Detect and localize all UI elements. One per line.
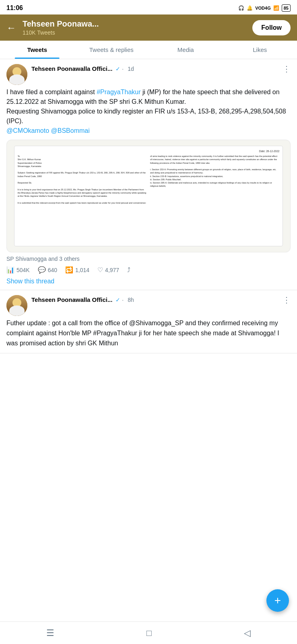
follow-button[interactable]: Follow (252, 20, 291, 35)
status-bar: 11:06 🎧 🔔 VOD4G 📶 85 (0, 0, 297, 14)
tweet-2-body: Futher update : got a call from the offi… (6, 318, 291, 348)
avatar-image-1 (6, 64, 27, 85)
show-thread-section: Show this thread (6, 278, 291, 285)
tab-bar: Tweets Tweets & replies Media Likes (0, 41, 297, 59)
battery-indicator: 85 (282, 4, 291, 12)
back-nav-icon[interactable]: ◁ (244, 628, 251, 638)
tweet-2-dot: · (122, 297, 125, 303)
header-subtitle: 110K Tweets (23, 29, 246, 36)
verified-badge-1: ✓ (116, 66, 120, 72)
back-button[interactable]: ← (6, 22, 16, 33)
avatar-image-2 (6, 295, 27, 316)
tweet-1-meta: Tehseen Poonawalla Offici... ✓ · 1d ⋮ (31, 64, 291, 74)
avatar-2[interactable] (6, 295, 27, 316)
likes-icon: ♡ (97, 266, 103, 274)
likes-count: 4,977 (105, 267, 119, 273)
views-count: 504K (16, 267, 30, 273)
tweet-2-header: Tehseen Poonawalla Offici... ✓ · 8h ⋮ (6, 295, 291, 316)
document-content: Date: 26-12-2022 To Shri G.K. Mithun Kum… (14, 146, 283, 246)
status-time: 11:06 (6, 4, 23, 12)
tab-tweets-replies[interactable]: Tweets & replies (74, 41, 149, 59)
wifi-icon: 📶 (273, 5, 279, 11)
header-info: Tehseen Poonawa... 110K Tweets (23, 19, 246, 36)
tweet-2-name-section: Tehseen Poonawalla Offici... ✓ · 8h (31, 296, 134, 303)
avatar-1[interactable] (6, 64, 27, 85)
stat-comments[interactable]: 💬 640 (38, 266, 57, 274)
mention-cmokamoto[interactable]: @CMOkamoto (6, 127, 49, 134)
doc-col-left: To Shri G.K. Mithun Kumar Superintendent… (18, 155, 147, 243)
tweet-1-name-row: Tehseen Poonawalla Offici... ✓ · 1d ⋮ (31, 64, 291, 74)
tweet-1-body: I have filed a complaint against #Pragya… (6, 87, 291, 136)
tweet-1-more-button[interactable]: ⋮ (283, 64, 291, 74)
stat-share[interactable]: ⤴ (127, 266, 130, 274)
retweets-count: 1,014 (75, 267, 89, 273)
verified-badge-2: ✓ (116, 297, 120, 303)
show-thread-button[interactable]: Show this thread (6, 278, 54, 285)
tab-tweets[interactable]: Tweets (0, 41, 74, 59)
tweet-1-dot: · (122, 66, 125, 72)
tweet-1-name-section: Tehseen Poonawalla Offici... ✓ · 1d (31, 65, 134, 72)
views-icon: 📊 (6, 266, 14, 274)
tweet-1-username: Tehseen Poonawalla Offici... (31, 65, 112, 72)
stat-views[interactable]: 📊 504K (6, 266, 30, 274)
retweet-icon: 🔁 (65, 266, 73, 274)
tweet-1-time: 1d (128, 66, 134, 72)
headphone-icon: 🎧 (238, 5, 244, 11)
tweet-2-more-button[interactable]: ⋮ (283, 295, 291, 305)
share-icon: ⤴ (127, 266, 130, 274)
tweet-1-stats: 📊 504K 💬 640 🔁 1,014 ♡ 4,977 ⤴ (6, 266, 291, 274)
tab-media[interactable]: Media (148, 41, 223, 59)
hashtag-pragya-2[interactable]: #PragyaThakur (93, 330, 137, 336)
tweet-2-meta: Tehseen Poonawalla Offici... ✓ · 8h ⋮ (31, 295, 291, 305)
tweet-2-username: Tehseen Poonawalla Offici... (31, 296, 112, 303)
tweet-1-document-image[interactable]: Date: 26-12-2022 To Shri G.K. Mithun Kum… (6, 140, 291, 252)
tweet-1-header: Tehseen Poonawalla Offici... ✓ · 1d ⋮ (6, 64, 291, 85)
doc-col-right: of aims leading to mob violence against … (150, 155, 279, 243)
tweet-2-name-row: Tehseen Poonawalla Offici... ✓ · 8h ⋮ (31, 295, 291, 305)
tweet-2: Tehseen Poonawalla Offici... ✓ · 8h ⋮ Fu… (0, 290, 297, 353)
signal-icon: VOD4G (255, 6, 271, 10)
comments-icon: 💬 (38, 266, 46, 274)
mention-bsbommai[interactable]: @BSBommai (51, 127, 90, 134)
stat-likes[interactable]: ♡ 4,977 (97, 266, 119, 274)
home-icon[interactable]: □ (146, 628, 152, 638)
doc-date: Date: 26-12-2022 (18, 149, 280, 153)
tweet-1-likes-text: SP Shivamogga and 3 others (6, 256, 291, 262)
header-title: Tehseen Poonawa... (23, 19, 246, 29)
bottom-navigation: ☰ □ ◁ (0, 621, 297, 644)
compose-icon: + (274, 595, 281, 606)
tweet-1: Tehseen Poonawalla Offici... ✓ · 1d ⋮ I … (0, 59, 297, 290)
status-icons: 🎧 🔔 VOD4G 📶 85 (238, 4, 291, 12)
comments-count: 640 (48, 267, 57, 273)
profile-header: ← Tehseen Poonawa... 110K Tweets Follow (0, 14, 297, 41)
mention-shivamogga-sp[interactable]: @Shivamogga_SP (129, 320, 184, 326)
notification-icon: 🔔 (247, 5, 253, 11)
stat-retweets[interactable]: 🔁 1,014 (65, 266, 89, 274)
tweet-2-time: 8h (128, 297, 134, 303)
hashtag-pragya[interactable]: #PragyaThakur (97, 89, 140, 95)
tab-likes[interactable]: Likes (223, 41, 297, 59)
compose-fab[interactable]: + (266, 589, 289, 612)
doc-columns: To Shri G.K. Mithun Kumar Superintendent… (18, 155, 280, 243)
menu-icon[interactable]: ☰ (46, 628, 54, 638)
